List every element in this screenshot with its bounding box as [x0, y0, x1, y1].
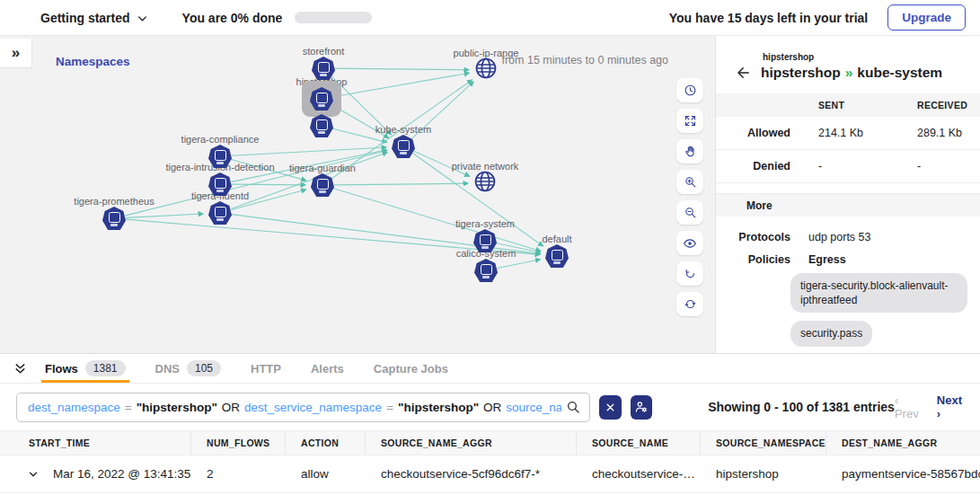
upgrade-button[interactable]: Upgrade	[887, 4, 966, 31]
tab-label: Alerts	[311, 362, 344, 376]
node-label-storefront: storefront	[303, 46, 344, 57]
graph-node-tigera-fluentd[interactable]	[208, 201, 232, 225]
policies-row: Policies Egress	[716, 253, 980, 266]
node-label-default: default	[542, 234, 571, 244]
tab-flows[interactable]: Flows1381	[43, 354, 128, 383]
flow-direction-icon: »	[845, 65, 853, 80]
graph-toolbar	[676, 78, 703, 316]
namespace-icon	[312, 57, 335, 80]
zoom-out-icon	[684, 206, 697, 219]
graph-edges	[0, 36, 715, 353]
graph-node-private-network[interactable]	[472, 169, 498, 198]
namespace-icon	[474, 259, 498, 282]
progress-bar	[295, 12, 372, 23]
graph-title: Namespaces	[56, 55, 130, 68]
stats-header: SENT RECEIVED	[716, 93, 980, 117]
namespace-icon	[208, 172, 232, 196]
column-header-source_name_aggr: SOURCE_NAME_AGGR	[366, 431, 577, 455]
zoom-in-icon	[684, 175, 697, 189]
time-range-text: from 15 minutes to 0 minutes ago	[501, 54, 668, 66]
clear-query-button[interactable]	[599, 395, 622, 420]
pan-button[interactable]	[676, 139, 703, 164]
tab-bar: Flows1381DNS105HTTPAlertsCapture Jobs	[0, 354, 980, 384]
flows-table: START_TIMENUM_FLOWSACTIONSOURCE_NAME_AGG…	[0, 430, 980, 495]
zoom-in-button[interactable]	[676, 170, 703, 194]
cell-start_time: Mar 16, 2022 @ 13:41:35.000	[0, 455, 191, 492]
tab-alerts[interactable]: Alerts	[309, 354, 346, 383]
graph-node-acme[interactable]	[310, 114, 333, 137]
getting-started-dropdown[interactable]: Getting started	[40, 11, 148, 25]
namespace-icon	[392, 135, 415, 158]
undo-button[interactable]	[676, 261, 703, 286]
query-token-value: "hipstershop"	[398, 401, 479, 414]
namespace-icon	[473, 229, 497, 252]
policy-pill[interactable]: tigera-security.block-alienvault-ipthrea…	[790, 273, 967, 313]
visibility-button[interactable]	[676, 231, 703, 255]
graph-node-calico-system[interactable]	[474, 259, 498, 282]
stats-row-allowed: Allowed214.1 Kb289.1 Kb	[716, 117, 980, 150]
query-token-field: source_namespace	[506, 401, 561, 414]
flows-bottom-panel: Flows1381DNS105HTTPAlertsCapture Jobs de…	[0, 353, 980, 495]
panel-collapse-icon[interactable]	[13, 361, 28, 376]
graph-node-public-ip-range[interactable]	[473, 56, 499, 84]
graph-node-tigera-prometheus[interactable]	[102, 207, 126, 230]
start-time-text: Mar 16, 2022 @ 13:41:35.000	[53, 467, 191, 481]
user-gear-icon	[634, 400, 649, 414]
node-label-tigera-system: tigera-system	[455, 218, 515, 229]
next-page-button[interactable]: Next ›	[937, 393, 966, 420]
globe-icon	[473, 56, 499, 81]
namespace-icon	[208, 201, 232, 225]
tab-label: Flows	[45, 362, 78, 376]
progress-text: You are 0% done	[182, 11, 283, 25]
tab-label: DNS	[155, 362, 180, 376]
query-search-input[interactable]: dest_namespace="hipstershop"ORdest_servi…	[16, 393, 590, 422]
edge-details-panel: hipstershop hipstershop»kube-system SENT…	[715, 36, 980, 353]
column-header-source_name: SOURCE_NAME	[577, 431, 701, 455]
back-arrow-icon[interactable]	[736, 65, 752, 81]
tab-capture-jobs[interactable]: Capture Jobs	[372, 354, 450, 383]
graph-node-default[interactable]	[545, 244, 569, 268]
graph-node-tigera-system[interactable]	[473, 229, 497, 252]
refresh-button[interactable]	[676, 292, 703, 316]
graph-node-tigera-intrusion-detection[interactable]	[208, 172, 232, 196]
clock-button[interactable]	[676, 78, 703, 102]
tab-count-badge: 1381	[85, 360, 126, 376]
undo-icon	[684, 267, 697, 280]
protocols-row: Protocols udp ports 53	[716, 231, 980, 243]
graph-node-tigera-compliance[interactable]	[208, 145, 232, 168]
prev-page-button[interactable]: ‹ Prev	[895, 393, 923, 420]
tab-dns[interactable]: DNS105	[154, 354, 223, 383]
clock-icon	[684, 84, 697, 97]
row-expand-icon[interactable]	[27, 468, 40, 481]
top-bar: Getting started You are 0% done You have…	[0, 0, 980, 36]
cell-num_flows: 2	[191, 455, 286, 492]
globe-icon	[472, 169, 498, 194]
search-row: dest_namespace="hipstershop"ORdest_servi…	[0, 384, 980, 430]
stats-row-denied: Denied--	[716, 150, 980, 183]
table-row[interactable]: Mar 16, 2022 @ 13:41:35.0002allowcheckou…	[0, 455, 980, 493]
node-label-tigera-guardian: tigera-guardian	[289, 163, 356, 173]
query-token-field: dest_namespace	[28, 401, 120, 414]
tab-http[interactable]: HTTP	[249, 354, 283, 383]
cell-action: allow	[286, 455, 366, 492]
query-token-keyword: OR	[483, 401, 501, 414]
panel-title: hipstershop»kube-system	[761, 65, 942, 81]
node-label-kube-system: kube-system	[375, 124, 431, 135]
graph-node-tigera-guardian[interactable]	[311, 173, 334, 197]
graph-node-hipstershop[interactable]	[310, 87, 333, 110]
node-label-tigera-compliance: tigera-compliance	[181, 134, 260, 145]
zoom-out-button[interactable]	[676, 200, 703, 225]
node-label-tigera-prometheus: tigera-prometheus	[74, 196, 154, 207]
getting-started-label: Getting started	[40, 11, 130, 25]
user-query-settings-button[interactable]	[631, 395, 653, 420]
graph-node-storefront[interactable]	[312, 57, 335, 80]
refresh-icon	[684, 297, 697, 311]
service-graph-panel: » Namespaces from 15 minutes to 0 minute…	[0, 36, 715, 353]
graph-node-kube-system[interactable]	[392, 135, 415, 158]
calico-cloud-app: Getting started You are 0% done You have…	[0, 0, 980, 495]
fit-screen-button[interactable]	[676, 109, 703, 133]
namespace-icon	[208, 145, 232, 168]
search-icon	[566, 400, 580, 414]
sidebar-expand-button[interactable]: »	[0, 39, 32, 68]
policy-pill[interactable]: security.pass	[790, 321, 872, 346]
